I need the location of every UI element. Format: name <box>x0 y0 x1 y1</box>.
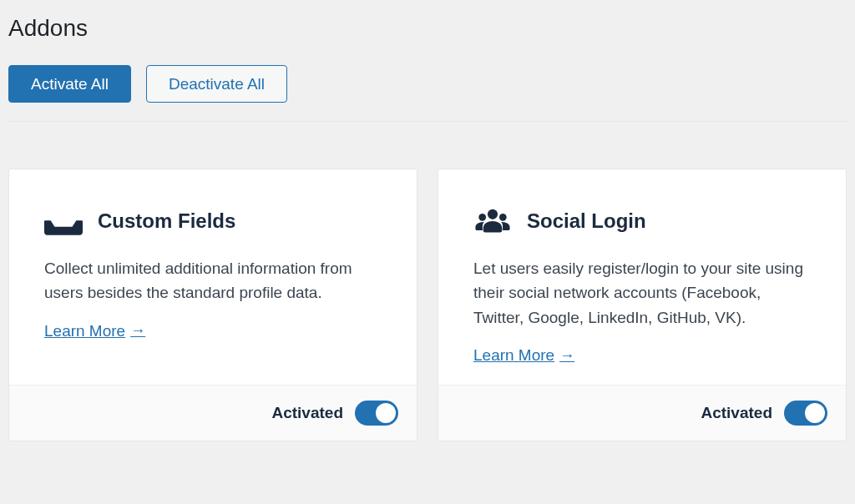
addon-card-social-login: Social Login Let users easily register/l… <box>438 169 847 441</box>
learn-more-label: Learn More <box>473 346 554 365</box>
deactivate-all-button[interactable]: Deactivate All <box>146 65 287 103</box>
svg-point-0 <box>488 209 498 219</box>
svg-point-1 <box>478 214 486 221</box>
status-badge: Activated <box>271 404 343 422</box>
activate-toggle[interactable] <box>355 401 398 426</box>
arrow-right-icon: → <box>130 322 145 340</box>
arrow-right-icon: → <box>559 347 574 365</box>
addon-description: Collect unlimited additional information… <box>44 256 382 305</box>
users-icon <box>473 206 512 236</box>
learn-more-link[interactable]: Learn More → <box>44 322 145 340</box>
addon-title: Custom Fields <box>98 209 235 233</box>
actions-bar: Activate All Deactivate All <box>8 65 847 122</box>
page-title: Addons <box>8 0 847 65</box>
inbox-icon <box>44 206 83 236</box>
svg-point-2 <box>499 214 507 221</box>
status-badge: Activated <box>701 404 772 422</box>
addon-description: Let users easily register/login to your … <box>473 256 811 330</box>
learn-more-link[interactable]: Learn More → <box>473 346 574 365</box>
activate-all-button[interactable]: Activate All <box>8 65 131 103</box>
addon-card-custom-fields: Custom Fields Collect unlimited addition… <box>8 169 417 441</box>
activate-toggle[interactable] <box>784 401 827 426</box>
addon-title: Social Login <box>527 209 646 233</box>
learn-more-label: Learn More <box>44 322 125 340</box>
addon-cards: Custom Fields Collect unlimited addition… <box>8 169 847 441</box>
